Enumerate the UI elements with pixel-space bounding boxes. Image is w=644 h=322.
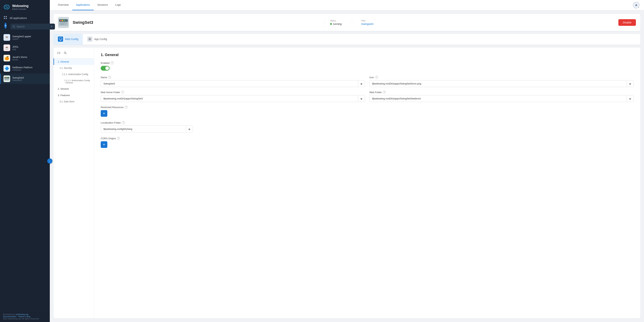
logo-subtitle: Admin Console [12, 8, 28, 10]
enabled-help-icon[interactable]: ? [111, 62, 114, 64]
add-app-button[interactable]: + [4, 23, 7, 28]
name-reset-button[interactable]: ◈ [358, 80, 365, 87]
app-icon: 🔷 [4, 65, 10, 72]
add-cors-origin-button[interactable]: + [101, 141, 107, 148]
nav-item-general[interactable]: 1. General [54, 58, 94, 65]
tab-web-config[interactable]: Web Config [54, 34, 83, 45]
name-help-icon[interactable]: ? [108, 76, 111, 79]
enabled-toggle[interactable] [101, 66, 110, 71]
app-item-name: JavaFx Demo [12, 56, 27, 58]
status-indicator [330, 23, 332, 25]
app-header-icon [58, 17, 69, 28]
svg-point-18 [60, 20, 61, 21]
icon-reset-button[interactable]: ◈ [627, 80, 634, 87]
app-item-name: JOGL [12, 45, 19, 48]
search-input[interactable] [16, 25, 49, 28]
app-item-path: /applet [12, 38, 31, 40]
status-value: running [330, 22, 346, 26]
top-navigation: Overview Applications Sessions Logs A ▾ [50, 0, 644, 10]
web-home-folder-input[interactable] [101, 95, 358, 102]
web-folder-input[interactable] [370, 95, 627, 102]
monitor-icon [59, 38, 62, 40]
svg-rect-23 [59, 38, 62, 40]
app-item-path: /swingset3 [12, 79, 24, 81]
sidebar-header: Webswing Admin Console [0, 0, 50, 14]
code-view-button[interactable] [56, 50, 61, 56]
web-folder-help-icon[interactable]: ? [383, 91, 386, 94]
icon-field: Icon ? ◈ [370, 76, 634, 87]
avatar-dropdown-icon: ▾ [637, 6, 640, 8]
icon-help-icon[interactable]: ? [375, 76, 378, 79]
tab-applications[interactable]: Applications [72, 0, 94, 10]
tab-logs[interactable]: Logs [112, 0, 124, 10]
app-list: ☕ SwingSet3 applet /applet ☕ JOGL /jogl … [0, 32, 50, 311]
app-header-name: SwingSet3 [73, 20, 321, 25]
app-item-path: /jogl [12, 48, 19, 50]
nav-item-data-store[interactable]: 3.1. Data Store [54, 98, 94, 105]
grid-icon-btn[interactable] [3, 15, 8, 21]
list-item[interactable]: SwingSet3 /swingset3 [0, 74, 50, 84]
svg-rect-1 [4, 16, 5, 17]
gear-icon [88, 38, 91, 40]
name-icon-row: Name ? ◈ Icon ? [101, 76, 634, 87]
svg-line-6 [14, 27, 15, 28]
nav-item-session[interactable]: 2. Session [54, 86, 94, 92]
web-folder-reset-button[interactable]: ◈ [627, 96, 634, 102]
svg-rect-14 [5, 80, 8, 80]
webswing-org-link[interactable]: webswing.org [16, 313, 28, 315]
tab-sessions[interactable]: Sessions [94, 0, 112, 10]
search-nav-button[interactable] [63, 51, 68, 56]
collapse-sidebar-button[interactable]: ‹ [47, 158, 52, 164]
all-apps-label: All applications [10, 16, 27, 20]
logo-text: Webswing Admin Console [12, 4, 28, 10]
svg-point-19 [62, 20, 63, 21]
list-item[interactable]: ☕ SwingSet3 applet /applet [0, 32, 50, 42]
web-home-folder-reset-button[interactable]: ◈ [358, 96, 365, 102]
nav-item-features[interactable]: 3. Features [54, 92, 94, 98]
name-input-container: ◈ [101, 80, 365, 87]
code-icon [57, 51, 60, 54]
add-restricted-resource-button[interactable]: + [101, 110, 107, 117]
sidebar-footer: Developed by webswing.org Documentation … [0, 311, 50, 322]
localization-folder-reset-button[interactable]: ◈ [186, 126, 193, 132]
logo-title: Webswing [12, 4, 28, 8]
svg-rect-13 [5, 79, 9, 79]
restricted-resources-help-icon[interactable]: ? [125, 106, 128, 108]
restricted-resources-field: Restricted Resources ? + [101, 106, 634, 117]
left-navigation: 1. General 1.1. Security 1.1.1. Authoriz… [54, 48, 94, 318]
right-content: 1. General Enabled ? Name [94, 48, 640, 318]
nav-item-auth-config[interactable]: 1.1.1. Authorization Config [54, 71, 94, 78]
report-bug-link[interactable]: Report a Bug [18, 315, 30, 318]
localization-folder-help-icon[interactable]: ? [122, 121, 125, 124]
nav-item-security[interactable]: 1.1. Security [54, 65, 94, 71]
app-item-name: SwingSet3 applet [12, 35, 31, 38]
localization-folder-input[interactable] [101, 126, 186, 132]
nav-item-auth-config-general[interactable]: 1.1.1.1. Authorization Config - General [54, 78, 94, 86]
app-item-path: /javafx [12, 58, 27, 61]
list-item[interactable]: ☕ JOGL /jogl [0, 42, 50, 53]
cors-origins-help-icon[interactable]: ? [117, 137, 120, 140]
user-avatar[interactable]: A ▾ [633, 2, 640, 8]
left-nav-toolbar [54, 50, 94, 58]
list-item[interactable]: 🔷 NetBeans Platform /netbeans [0, 63, 50, 74]
app-item-name: NetBeans Platform [12, 66, 32, 69]
web-home-folder-help-icon[interactable]: ? [121, 91, 124, 94]
cors-origins-field: CORS Origins ? + [101, 137, 634, 148]
svg-rect-21 [60, 23, 67, 23]
documentation-link[interactable]: Documentation [3, 315, 16, 318]
search-icon [12, 25, 15, 28]
tab-overview[interactable]: Overview [54, 0, 72, 10]
name-input[interactable] [101, 80, 358, 87]
web-folder-field: Web Folder ? ◈ [370, 91, 634, 102]
icon-input[interactable] [370, 80, 627, 87]
status-label: Status: [330, 20, 346, 22]
disable-button[interactable]: Disable [618, 19, 636, 26]
app-item-name: SwingSet3 [12, 76, 24, 79]
list-item[interactable]: 🍊 JavaFx Demo /javafx [0, 53, 50, 63]
svg-point-26 [89, 39, 90, 40]
name-field: Name ? ◈ [101, 76, 365, 87]
web-config-tab-icon [58, 36, 63, 42]
tab-app-config[interactable]: App Config [83, 34, 112, 45]
toggle-knob [105, 66, 109, 70]
search-clear-button[interactable]: ✕ [50, 25, 53, 28]
